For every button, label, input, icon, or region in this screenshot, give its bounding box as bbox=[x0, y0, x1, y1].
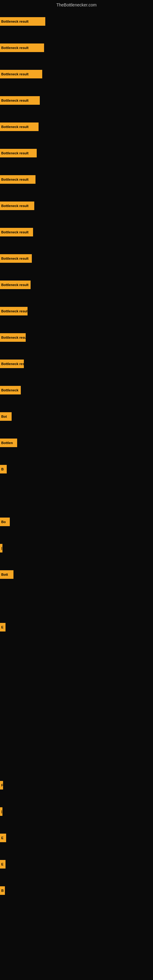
bottleneck-bar-label: Bottleneck result bbox=[1, 283, 29, 286]
bottleneck-bar-label: Bottleneck result bbox=[1, 204, 29, 208]
bottleneck-bar-label: Bottleneck result bbox=[1, 20, 29, 23]
bottleneck-bar-label: Bottleneck result bbox=[1, 362, 24, 366]
bottleneck-bar-label: Bottleneck result bbox=[1, 46, 29, 49]
bottleneck-bar: Bottleneck bbox=[0, 386, 21, 395]
bottleneck-bar: Bottleneck result bbox=[0, 360, 24, 368]
bottleneck-bar-label: Bott bbox=[1, 573, 8, 576]
bottleneck-bar-label: Bottleneck result bbox=[1, 99, 29, 102]
bottleneck-bar: B bbox=[0, 465, 7, 474]
bottleneck-bar-label: Bo bbox=[1, 520, 6, 524]
bottleneck-bar-label: B bbox=[1, 889, 4, 892]
bottleneck-bar-label: B bbox=[1, 467, 4, 471]
bottleneck-bar: Bottleneck result bbox=[0, 175, 35, 184]
bottleneck-bar: Bottleneck result bbox=[0, 333, 26, 342]
bottleneck-bar-label: Bottleneck result bbox=[1, 151, 29, 155]
bottleneck-bar-label: | bbox=[1, 546, 2, 550]
bottleneck-bar: Bottleneck result bbox=[0, 123, 38, 131]
bottleneck-bar: Bot bbox=[0, 412, 12, 421]
bottleneck-bar: E bbox=[0, 834, 6, 842]
bottleneck-bar: | bbox=[0, 544, 2, 552]
bottleneck-bar-label: F bbox=[1, 783, 3, 787]
bottleneck-bar: Bottleneck result bbox=[0, 43, 44, 52]
bottleneck-bar-label: Bottlen bbox=[1, 441, 13, 445]
bottleneck-bar-label: Bottleneck result bbox=[1, 125, 29, 129]
bottleneck-bar-label: Bottleneck result bbox=[1, 336, 26, 339]
bottleneck-bar: | bbox=[0, 807, 2, 816]
bottleneck-bar: Bottleneck result bbox=[0, 254, 32, 263]
bottleneck-bar-label: E bbox=[1, 836, 3, 840]
bottleneck-bar-label: | bbox=[1, 810, 2, 813]
bottleneck-bar: Bottleneck result bbox=[0, 149, 37, 158]
bottleneck-bar: B bbox=[0, 886, 5, 895]
bottleneck-bar-label: Bot bbox=[1, 415, 7, 418]
bottleneck-bar: Bottleneck result bbox=[0, 96, 40, 105]
bottleneck-bar-label: Bottleneck bbox=[1, 388, 18, 392]
bottleneck-bar: E bbox=[0, 623, 5, 632]
bottleneck-bar: Bo bbox=[0, 517, 10, 526]
bottleneck-bar: F bbox=[0, 781, 3, 789]
bottleneck-bar: Bottleneck result bbox=[0, 280, 30, 289]
bottleneck-bar-label: Bottleneck result bbox=[1, 72, 29, 76]
bottleneck-bar: Bott bbox=[0, 570, 13, 579]
bottleneck-bar-label: Bottleneck result bbox=[1, 309, 27, 313]
bottleneck-bar: Bottleneck result bbox=[0, 307, 27, 315]
bottleneck-bar: E bbox=[0, 860, 5, 869]
site-title: TheBottlenecker.com bbox=[0, 1, 153, 9]
bottleneck-bar: Bottleneck result bbox=[0, 17, 45, 26]
bottleneck-bar-label: E bbox=[1, 862, 3, 866]
bottleneck-bar-label: Bottleneck result bbox=[1, 230, 29, 234]
bottleneck-bar: Bottlen bbox=[0, 439, 17, 447]
bottleneck-bar-label: Bottleneck result bbox=[1, 178, 29, 181]
bottleneck-bar: Bottleneck result bbox=[0, 202, 34, 210]
bottleneck-bar-label: Bottleneck result bbox=[1, 257, 29, 260]
bottleneck-bar: Bottleneck result bbox=[0, 228, 33, 236]
bottleneck-bar: Bottleneck result bbox=[0, 70, 42, 78]
bottleneck-bar-label: E bbox=[1, 625, 3, 629]
